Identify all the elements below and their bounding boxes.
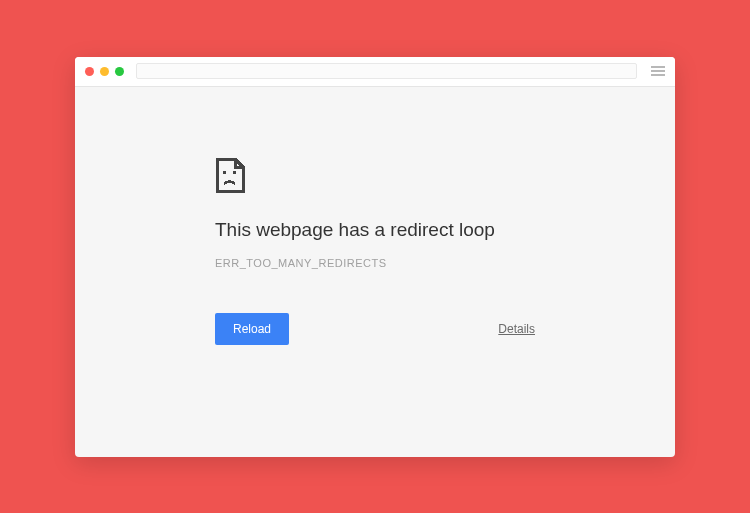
minimize-window-icon[interactable]	[100, 67, 109, 76]
error-code: ERR_TOO_MANY_REDIRECTS	[215, 257, 535, 269]
traffic-lights	[85, 67, 124, 76]
maximize-window-icon[interactable]	[115, 67, 124, 76]
reload-button[interactable]: Reload	[215, 313, 289, 345]
browser-window: This webpage has a redirect loop ERR_TOO…	[75, 57, 675, 457]
error-page-content: This webpage has a redirect loop ERR_TOO…	[75, 87, 675, 457]
address-bar[interactable]	[136, 63, 637, 79]
menu-icon[interactable]	[651, 66, 665, 76]
details-link[interactable]: Details	[498, 322, 535, 336]
browser-chrome-bar	[75, 57, 675, 87]
svg-rect-0	[223, 171, 226, 174]
error-actions: Reload Details	[215, 313, 535, 345]
close-window-icon[interactable]	[85, 67, 94, 76]
svg-rect-1	[233, 171, 236, 174]
sad-page-icon	[215, 157, 245, 193]
error-title: This webpage has a redirect loop	[215, 219, 535, 241]
